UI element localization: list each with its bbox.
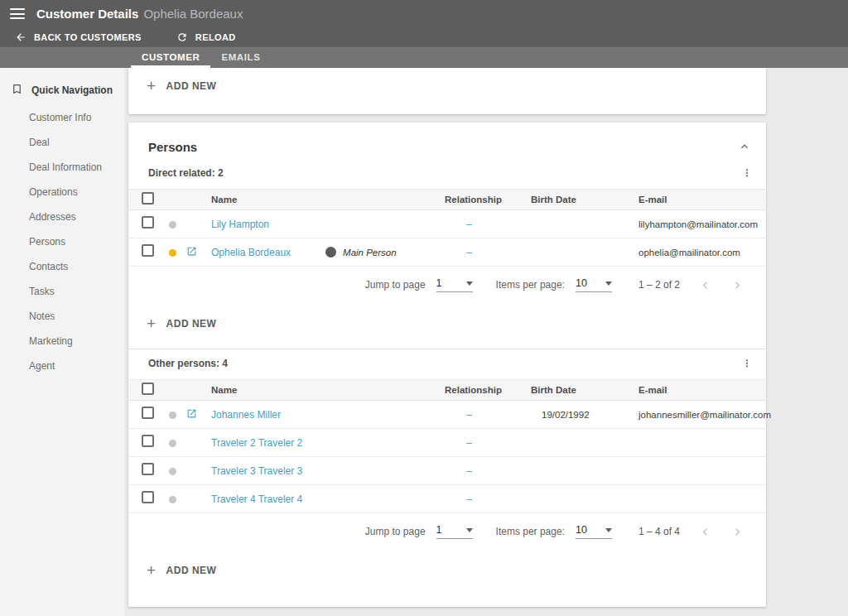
back-arrow-icon (15, 31, 26, 43)
tab-customer[interactable]: CUSTOMER (131, 48, 210, 68)
previous-page-button[interactable] (698, 525, 712, 539)
table-row: Lily Hampton – lilyhampton@mailinator.co… (128, 210, 766, 238)
open-person-button[interactable] (186, 408, 197, 419)
page-select-value: 1 (436, 524, 442, 536)
row-checkbox[interactable] (142, 435, 154, 447)
open-in-new-icon (186, 408, 197, 419)
chevron-right-icon (730, 529, 744, 541)
relationship-value: – (445, 493, 531, 505)
tab-bar: CUSTOMER EMAILS (0, 48, 848, 68)
sidebar-item-tasks[interactable]: Tasks (0, 279, 124, 304)
person-name-link[interactable]: Johannes Miller (211, 409, 281, 421)
row-checkbox[interactable] (142, 491, 154, 503)
sidebar-item-marketing[interactable]: Marketing (0, 329, 124, 354)
items-per-page-value: 10 (576, 524, 587, 536)
plus-icon: + (147, 79, 157, 93)
select-all-checkbox[interactable] (142, 192, 154, 205)
previous-page-button[interactable] (698, 278, 712, 292)
next-page-button[interactable] (730, 278, 744, 292)
sidebar-item-addresses[interactable]: Addresses (0, 205, 124, 229)
relationship-value: – (445, 247, 531, 258)
persons-card-title: Persons (148, 140, 197, 154)
person-name-link[interactable]: Traveler 3 Traveler 3 (211, 465, 302, 477)
previous-section-card: + ADD NEW (128, 68, 766, 114)
select-all-checkbox[interactable] (142, 383, 154, 395)
toolbar: BACK TO CUSTOMERS RELOAD (0, 27, 848, 48)
add-new-button[interactable]: + ADD NEW (147, 317, 216, 330)
bookmark-icon (11, 83, 23, 98)
quick-navigation-sidebar: Quick Navigation Customer Info Deal Deal… (0, 68, 124, 616)
person-name-link[interactable]: Traveler 2 Traveler 2 (211, 437, 302, 449)
hamburger-menu-icon[interactable] (10, 8, 25, 19)
column-header-birth-date: Birth Date (531, 195, 638, 205)
sidebar-item-deal[interactable]: Deal (0, 130, 124, 155)
plus-icon: + (147, 317, 157, 330)
sidebar-item-deal-information[interactable]: Deal Information (0, 155, 124, 180)
person-name-link[interactable]: Lily Hampton (211, 219, 269, 230)
other-persons-section: Other persons: 4 Name Relationship Birth… (128, 349, 766, 607)
direct-related-menu-button[interactable] (741, 167, 753, 179)
reload-button[interactable]: RELOAD (165, 27, 248, 47)
sidebar-item-notes[interactable]: Notes (0, 304, 124, 329)
pagination: Jump to page 1 Items per page: 10 1 – 4 … (128, 513, 766, 550)
column-header-name: Name (211, 195, 445, 205)
direct-related-section: Direct related: 2 Name Relationship Birt… (128, 159, 766, 349)
row-checkbox[interactable] (142, 407, 154, 419)
table-row: Traveler 4 Traveler 4 – (128, 485, 766, 513)
sidebar-item-contacts[interactable]: Contacts (0, 254, 124, 279)
table-header-row: Name Relationship Birth Date E-mail (128, 189, 766, 210)
kebab-menu-icon (741, 359, 753, 372)
back-to-customers-button[interactable]: BACK TO CUSTOMERS (3, 27, 153, 47)
row-checkbox[interactable] (142, 463, 154, 475)
table-row: Traveler 2 Traveler 2 – (128, 429, 766, 457)
open-person-button[interactable] (186, 246, 197, 257)
items-per-page-select[interactable]: 10 (576, 524, 612, 539)
page-select[interactable]: 1 (436, 277, 473, 292)
page-subtitle: Ophelia Bordeaux (143, 7, 243, 21)
column-header-birth-date: Birth Date (531, 385, 638, 395)
sidebar-item-persons[interactable]: Persons (0, 229, 124, 254)
plus-icon: + (147, 564, 157, 577)
main-content: + ADD NEW Persons Direct related: 2 (124, 68, 848, 616)
row-checkbox[interactable] (142, 244, 154, 257)
chevron-left-icon (698, 529, 712, 541)
table-row: Traveler 3 Traveler 3 – (128, 457, 766, 485)
page-range-label: 1 – 4 of 4 (638, 526, 680, 537)
items-per-page-value: 10 (576, 277, 587, 289)
main-person-label: Main Person (343, 248, 397, 257)
tab-emails[interactable]: EMAILS (210, 48, 271, 68)
jump-to-page-label: Jump to page (365, 279, 426, 291)
relationship-value: – (445, 219, 531, 230)
direct-related-heading: Direct related: 2 (148, 167, 224, 179)
other-persons-menu-button[interactable] (741, 358, 753, 369)
status-dot-icon (169, 411, 176, 419)
page-select[interactable]: 1 (436, 524, 473, 539)
relationship-value: – (445, 409, 531, 421)
chevron-right-icon (730, 282, 744, 295)
tab-emails-label: EMAILS (221, 52, 260, 62)
email-value: ophelia@mailinator.com (638, 248, 753, 257)
add-new-label: ADD NEW (166, 80, 217, 92)
person-name-link[interactable]: Traveler 4 Traveler 4 (211, 493, 302, 505)
table-row: Ophelia Bordeaux Main Person – ophelia@m… (128, 238, 766, 267)
sidebar-item-agent[interactable]: Agent (0, 354, 124, 378)
add-new-button[interactable]: + ADD NEW (147, 564, 216, 577)
collapse-card-button[interactable] (738, 140, 751, 153)
dropdown-caret-icon (466, 282, 473, 286)
chevron-left-icon (698, 282, 712, 295)
items-per-page-select[interactable]: 10 (576, 277, 612, 292)
add-new-label: ADD NEW (166, 565, 217, 576)
main-person-badge: Main Person (325, 247, 397, 257)
person-name-link[interactable]: Ophelia Bordeaux (211, 247, 291, 258)
add-new-button[interactable]: + ADD NEW (147, 79, 216, 93)
column-header-name: Name (211, 385, 445, 395)
column-header-email: E-mail (638, 195, 753, 205)
quick-navigation-label: Quick Navigation (31, 84, 113, 96)
page-range-label: 1 – 2 of 2 (638, 279, 680, 291)
sidebar-item-operations[interactable]: Operations (0, 180, 124, 205)
row-checkbox[interactable] (142, 216, 154, 229)
kebab-menu-icon (741, 169, 753, 181)
next-page-button[interactable] (730, 525, 744, 539)
sidebar-item-customer-info[interactable]: Customer Info (0, 105, 124, 130)
dropdown-caret-icon (605, 282, 612, 286)
